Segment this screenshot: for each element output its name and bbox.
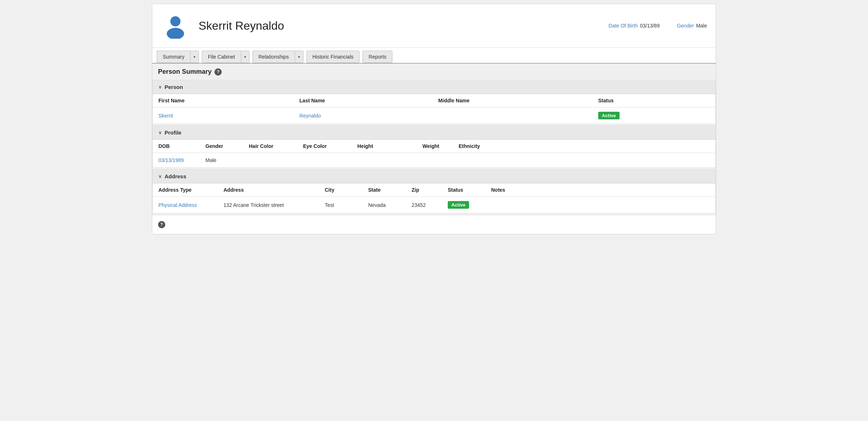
- person-col-status: Status: [592, 94, 715, 107]
- person-first-name-cell: Skerrit: [153, 107, 294, 124]
- svg-point-0: [170, 16, 180, 26]
- table-row: Skerrit Reynaldo Active: [153, 107, 715, 124]
- profile-table: DOB Gender Hair Color Eye Color Height W…: [153, 140, 715, 167]
- tab-file-cabinet-dropdown[interactable]: ▾: [241, 51, 250, 63]
- profile-gender-cell: Male: [200, 153, 243, 168]
- address-status-cell: Active: [442, 197, 485, 213]
- address-table: Address Type Address City State Zip Stat…: [153, 183, 715, 213]
- address-section: ∨ Address Address Type Address City Stat…: [152, 169, 716, 213]
- bottom-bar: ?: [152, 215, 716, 234]
- profile-col-height: Height: [352, 140, 417, 153]
- address-col-notes: Notes: [485, 183, 715, 197]
- bottom-help-icon[interactable]: ?: [158, 221, 165, 228]
- address-col-type: Address Type: [153, 183, 218, 197]
- profile-section-header[interactable]: ∨ Profile: [153, 126, 715, 140]
- address-zip-cell: 23452: [406, 197, 442, 213]
- tab-file-cabinet[interactable]: File Cabinet: [202, 51, 241, 63]
- address-section-header[interactable]: ∨ Address: [153, 170, 715, 183]
- profile-full-name: Skerrit Reynaldo: [199, 19, 600, 33]
- dob-value: 03/13/89: [640, 23, 660, 29]
- profile-col-dob: DOB: [153, 140, 200, 153]
- person-middle-name-cell: [433, 107, 592, 124]
- status-badge: Active: [448, 201, 469, 209]
- profile-dob-cell: 03/13/1989: [153, 153, 200, 168]
- tab-summary-dropdown[interactable]: ▾: [190, 51, 199, 63]
- address-table-header-row: Address Type Address City State Zip Stat…: [153, 183, 715, 197]
- profile-col-weight: Weight: [417, 140, 453, 153]
- tab-group-relationships: Relationships ▾: [252, 51, 303, 63]
- person-section-title: Person: [165, 84, 183, 90]
- person-status-cell: Active: [592, 107, 715, 124]
- gender-meta: Gender Male: [677, 23, 707, 29]
- profile-section-title: Profile: [165, 129, 182, 136]
- profile-dob-link[interactable]: 03/13/1989: [158, 157, 184, 163]
- address-col-address: Address: [218, 183, 319, 197]
- address-col-state: State: [362, 183, 406, 197]
- page-help-icon[interactable]: ?: [214, 68, 222, 76]
- main-content: Person Summary ? ∨ Person First Name Las…: [152, 64, 716, 234]
- dob-meta: Date Of Birth 03/13/89: [609, 23, 660, 29]
- address-col-status: Status: [442, 183, 485, 197]
- page-section-title: Person Summary ?: [152, 64, 716, 80]
- profile-height-cell: [352, 153, 417, 168]
- person-last-name-link[interactable]: Reynaldo: [299, 113, 321, 119]
- profile-col-gender: Gender: [200, 140, 243, 153]
- person-col-first-name: First Name: [153, 94, 294, 107]
- person-table-header-row: First Name Last Name Middle Name Status: [153, 94, 715, 107]
- profile-col-eye-color: Eye Color: [297, 140, 352, 153]
- dob-label: Date Of Birth: [609, 23, 638, 29]
- tab-historic-financials[interactable]: Historic Financials: [306, 51, 360, 63]
- person-section: ∨ Person First Name Last Name Middle Nam…: [152, 80, 716, 124]
- profile-weight-cell: [417, 153, 453, 168]
- tab-group-summary: Summary ▾: [157, 51, 199, 63]
- tab-summary[interactable]: Summary: [157, 51, 190, 63]
- gender-value: Male: [696, 23, 707, 29]
- address-address-cell: 132 Arcane Trickster street: [218, 197, 319, 213]
- person-first-name-link[interactable]: Skerrit: [158, 113, 173, 119]
- profile-eye-color-cell: [297, 153, 352, 168]
- page-title: Person Summary: [158, 68, 212, 76]
- address-section-title: Address: [165, 173, 186, 179]
- status-badge: Active: [598, 112, 620, 119]
- person-col-middle-name: Middle Name: [433, 94, 592, 107]
- profile-card: Skerrit Reynaldo Date Of Birth 03/13/89 …: [152, 4, 716, 48]
- page-wrapper: Skerrit Reynaldo Date Of Birth 03/13/89 …: [152, 4, 716, 234]
- person-col-last-name: Last Name: [294, 94, 433, 107]
- tab-group-file-cabinet: File Cabinet ▾: [202, 51, 250, 63]
- tab-relationships-dropdown[interactable]: ▾: [295, 51, 303, 63]
- person-last-name-cell: Reynaldo: [294, 107, 433, 124]
- profile-col-hair-color: Hair Color: [243, 140, 297, 153]
- address-notes-cell: [485, 197, 715, 213]
- profile-chevron-icon: ∨: [158, 130, 162, 135]
- address-state-cell: Nevada: [362, 197, 406, 213]
- person-section-header[interactable]: ∨ Person: [153, 80, 715, 94]
- avatar: [161, 11, 190, 40]
- person-table: First Name Last Name Middle Name Status …: [153, 94, 715, 124]
- profile-hair-color-cell: [243, 153, 297, 168]
- profile-table-header-row: DOB Gender Hair Color Eye Color Height W…: [153, 140, 715, 153]
- table-row: 03/13/1989 Male: [153, 153, 715, 168]
- profile-meta: Date Of Birth 03/13/89 Gender Male: [609, 23, 707, 29]
- gender-label: Gender: [677, 23, 694, 29]
- address-city-cell: Test: [319, 197, 362, 213]
- address-chevron-icon: ∨: [158, 174, 162, 179]
- profile-ethnicity-cell: [453, 153, 715, 168]
- person-chevron-icon: ∨: [158, 85, 162, 90]
- nav-tabs: Summary ▾ File Cabinet ▾ Relationships ▾…: [152, 48, 716, 64]
- profile-col-ethnicity: Ethnicity: [453, 140, 715, 153]
- svg-point-1: [167, 28, 184, 39]
- profile-section: ∨ Profile DOB Gender Hair Color Eye Colo…: [152, 126, 716, 168]
- table-row: Physical Address 132 Arcane Trickster st…: [153, 197, 715, 213]
- address-col-zip: Zip: [406, 183, 442, 197]
- address-type-link[interactable]: Physical Address: [158, 202, 197, 208]
- address-type-cell: Physical Address: [153, 197, 218, 213]
- tab-reports[interactable]: Reports: [362, 51, 392, 63]
- tab-relationships[interactable]: Relationships: [252, 51, 295, 63]
- address-col-city: City: [319, 183, 362, 197]
